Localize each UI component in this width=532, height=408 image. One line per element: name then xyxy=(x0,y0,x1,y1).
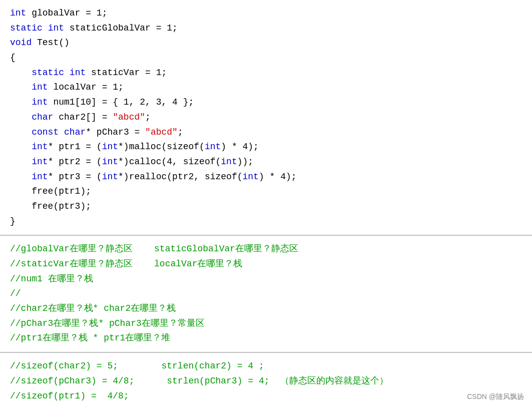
comment-line: // xyxy=(10,286,522,301)
keyword: int xyxy=(221,157,237,167)
keyword: int xyxy=(32,172,48,182)
watermark: CSDN @随风飘扬 xyxy=(467,392,524,401)
code-section-1: int globalVar = 1; static int staticGlob… xyxy=(0,0,532,236)
code-line: static int staticGlobalVar = 1; xyxy=(10,21,522,36)
code-line: { xyxy=(10,51,522,66)
code-line: int* ptr2 = (int*)calloc(4, sizeof(int))… xyxy=(10,155,522,170)
string-literal: "abcd" xyxy=(113,112,145,122)
code-line: } xyxy=(10,214,522,229)
code-line: free(ptr3); xyxy=(10,199,522,214)
code-line: int* ptr1 = (int*)malloc(sizeof(int) * 4… xyxy=(10,140,522,155)
keyword: int xyxy=(48,23,64,33)
comment-line: //char2在哪里？栈* char2在哪里？栈 xyxy=(10,301,522,316)
keyword: static xyxy=(32,68,64,78)
code-section-2: //globalVar在哪里？静态区 staticGlobalVar在哪里？静态… xyxy=(0,236,532,353)
string-literal: "abcd" xyxy=(145,127,178,137)
keyword: const xyxy=(32,127,59,137)
keyword: int xyxy=(102,172,118,182)
keyword: int xyxy=(70,68,86,78)
code-line: const char* pChar3 = "abcd"; xyxy=(10,125,522,140)
keyword: int xyxy=(10,8,26,18)
keyword: int xyxy=(32,97,48,107)
code-line: char char2[] = "abcd"; xyxy=(10,110,522,125)
code-line: free(ptr1); xyxy=(10,184,522,199)
keyword: static xyxy=(10,23,43,33)
keyword: int xyxy=(32,82,48,92)
comment-line: //sizeof(char2) = 5; strlen(char2) = 4 ; xyxy=(10,359,522,374)
keyword: char xyxy=(64,127,86,137)
code-line: static int staticVar = 1; xyxy=(10,66,522,81)
keyword: int xyxy=(32,142,48,152)
keyword: char xyxy=(32,112,53,122)
code-line: int num1[10] = { 1, 2, 3, 4 }; xyxy=(10,95,522,110)
comment-line: //sizeof(ptr1) = 4/8; xyxy=(10,389,522,404)
keyword: int xyxy=(102,142,118,152)
comment-line: //globalVar在哪里？静态区 staticGlobalVar在哪里？静态… xyxy=(10,242,522,257)
keyword: int xyxy=(205,142,221,152)
code-section-3: //sizeof(char2) = 5; strlen(char2) = 4 ;… xyxy=(0,353,532,408)
comment-line: //ptr1在哪里？栈 * ptr1在哪里？堆 xyxy=(10,331,522,346)
comment-line: //sizeof(pChar3) = 4/8; strlen(pChar3) =… xyxy=(10,374,522,389)
comment-line: //pChar3在哪里？栈* pChar3在哪里？常量区 xyxy=(10,316,522,331)
code-line: int* ptr3 = (int*)realloc(ptr2, sizeof(i… xyxy=(10,170,522,185)
code-line: int localVar = 1; xyxy=(10,80,522,95)
keyword: void xyxy=(10,38,32,48)
keyword: int xyxy=(102,157,118,167)
keyword: int xyxy=(243,172,259,182)
code-line: void Test() xyxy=(10,36,522,51)
code-line: int globalVar = 1; xyxy=(10,6,522,21)
comment-line: //num1 在哪里？栈 xyxy=(10,272,522,287)
keyword: int xyxy=(32,157,48,167)
comment-line: //staticVar在哪里？静态区 localVar在哪里？栈 xyxy=(10,257,522,272)
code-editor: int globalVar = 1; static int staticGlob… xyxy=(0,0,532,408)
